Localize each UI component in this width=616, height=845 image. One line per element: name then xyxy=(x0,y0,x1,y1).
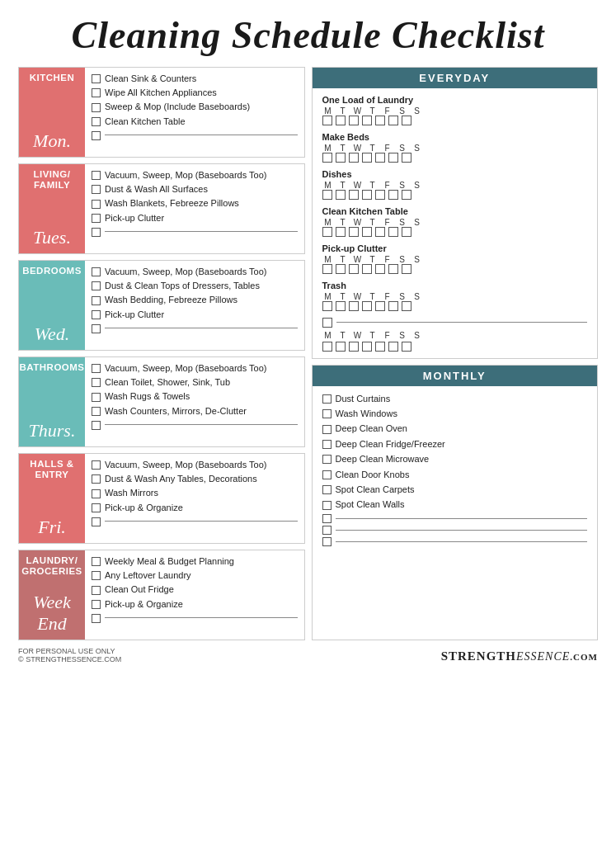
day-label-blank: T xyxy=(367,331,379,340)
task-checkbox[interactable] xyxy=(92,393,101,402)
task-checkbox[interactable] xyxy=(92,281,101,290)
day-checkbox[interactable] xyxy=(336,116,346,125)
blank-day-checkbox[interactable] xyxy=(336,342,346,352)
day-checkbox[interactable] xyxy=(336,227,346,237)
day-checkbox[interactable] xyxy=(349,116,359,125)
day-checkbox[interactable] xyxy=(388,116,398,125)
task-checkbox[interactable] xyxy=(92,407,101,416)
task-checkbox[interactable] xyxy=(92,74,101,83)
task-checkbox[interactable] xyxy=(92,185,101,194)
day-checkbox[interactable] xyxy=(322,190,332,200)
day-checkbox[interactable] xyxy=(375,264,385,274)
day-label-blank: S xyxy=(411,331,423,340)
day-checkbox[interactable] xyxy=(362,227,372,237)
days-row: MTWTFSS xyxy=(322,255,588,264)
blank-day-checkbox[interactable] xyxy=(402,342,411,352)
day-checkbox[interactable] xyxy=(322,116,332,125)
blank-day-checkbox[interactable] xyxy=(388,342,398,352)
day-checkbox[interactable] xyxy=(402,190,411,200)
day-checkbox[interactable] xyxy=(322,301,332,311)
task-checkbox[interactable] xyxy=(92,117,101,126)
day-checkbox[interactable] xyxy=(375,116,385,125)
day-checkbox[interactable] xyxy=(388,264,398,274)
day-checkbox[interactable] xyxy=(375,190,385,200)
day-checkbox[interactable] xyxy=(336,190,346,200)
blank-checkbox[interactable] xyxy=(92,614,101,623)
day-checkbox[interactable] xyxy=(375,301,385,311)
blank-checkbox[interactable] xyxy=(92,324,101,333)
monthly-checkbox[interactable] xyxy=(322,470,332,479)
task-checkbox[interactable] xyxy=(92,503,101,512)
day-checkbox[interactable] xyxy=(402,301,411,311)
day-checkbox[interactable] xyxy=(388,301,398,311)
task-checkbox[interactable] xyxy=(92,267,101,276)
day-checkbox[interactable] xyxy=(402,116,411,125)
blank-day-checkbox[interactable] xyxy=(362,342,372,352)
day-checkbox[interactable] xyxy=(375,227,385,237)
day-checkbox[interactable] xyxy=(322,153,332,163)
task-checkbox[interactable] xyxy=(92,310,101,319)
task-checkbox[interactable] xyxy=(92,214,101,223)
checkboxes-row xyxy=(322,190,588,200)
blank-checkbox[interactable] xyxy=(92,421,101,430)
monthly-blank-checkbox[interactable] xyxy=(322,526,332,535)
task-checkbox[interactable] xyxy=(92,600,101,609)
task-checkbox[interactable] xyxy=(92,88,101,97)
task-checkbox[interactable] xyxy=(92,103,101,112)
day-checkbox[interactable] xyxy=(349,301,359,311)
day-checkbox[interactable] xyxy=(362,190,372,200)
day-checkbox[interactable] xyxy=(402,264,411,274)
monthly-blank-checkbox[interactable] xyxy=(322,514,332,523)
day-checkbox[interactable] xyxy=(362,264,372,274)
day-checkbox[interactable] xyxy=(375,153,385,163)
day-checkbox[interactable] xyxy=(322,227,332,237)
day-label-blank: M xyxy=(322,331,334,340)
task-checkbox[interactable] xyxy=(92,557,101,566)
day-checkbox[interactable] xyxy=(388,227,398,237)
task-checkbox[interactable] xyxy=(92,364,101,373)
day-checkbox[interactable] xyxy=(388,153,398,163)
monthly-checkbox[interactable] xyxy=(322,501,332,510)
monthly-checkbox[interactable] xyxy=(322,394,332,404)
day-checkbox[interactable] xyxy=(322,264,332,274)
line-fill xyxy=(105,135,298,135)
blank-day-checkbox[interactable] xyxy=(349,342,359,352)
day-checkbox[interactable] xyxy=(362,116,372,125)
monthly-checkbox[interactable] xyxy=(322,425,332,434)
monthly-checkbox[interactable] xyxy=(322,485,332,494)
day-checkbox[interactable] xyxy=(388,190,398,200)
task-checkbox[interactable] xyxy=(92,378,101,387)
day-checkbox[interactable] xyxy=(402,153,411,163)
footer-left: FOR PERSONAL USE ONLY © STRENGTHESSENCE.… xyxy=(18,647,121,663)
monthly-checkbox[interactable] xyxy=(322,440,332,449)
task-checkbox[interactable] xyxy=(92,460,101,470)
blank-day-checkbox[interactable] xyxy=(322,342,332,352)
blank-checkbox[interactable] xyxy=(92,131,101,140)
day-checkbox[interactable] xyxy=(336,301,346,311)
day-label: M xyxy=(322,255,334,264)
task-item: Sweep & Mop (Include Baseboards) xyxy=(92,101,298,113)
blank-day-checkbox[interactable] xyxy=(375,342,385,352)
day-checkbox[interactable] xyxy=(362,301,372,311)
task-checkbox[interactable] xyxy=(92,489,101,498)
day-checkbox[interactable] xyxy=(402,227,411,237)
day-checkbox[interactable] xyxy=(349,227,359,237)
task-checkbox[interactable] xyxy=(92,296,101,305)
blank-checkbox[interactable] xyxy=(92,228,101,237)
day-checkbox[interactable] xyxy=(349,264,359,274)
blank-checkbox[interactable] xyxy=(92,517,101,526)
day-checkbox[interactable] xyxy=(349,153,359,163)
monthly-blank-checkbox[interactable] xyxy=(322,537,332,546)
task-checkbox[interactable] xyxy=(92,200,101,209)
task-checkbox[interactable] xyxy=(92,586,101,595)
day-checkbox[interactable] xyxy=(336,264,346,274)
day-checkbox[interactable] xyxy=(336,153,346,163)
task-checkbox[interactable] xyxy=(92,474,101,484)
day-checkbox[interactable] xyxy=(362,153,372,163)
monthly-checkbox[interactable] xyxy=(322,455,332,464)
day-checkbox[interactable] xyxy=(349,190,359,200)
task-checkbox[interactable] xyxy=(92,571,101,580)
monthly-checkbox[interactable] xyxy=(322,409,332,418)
blank-cb[interactable] xyxy=(322,318,332,328)
task-checkbox[interactable] xyxy=(92,171,101,180)
